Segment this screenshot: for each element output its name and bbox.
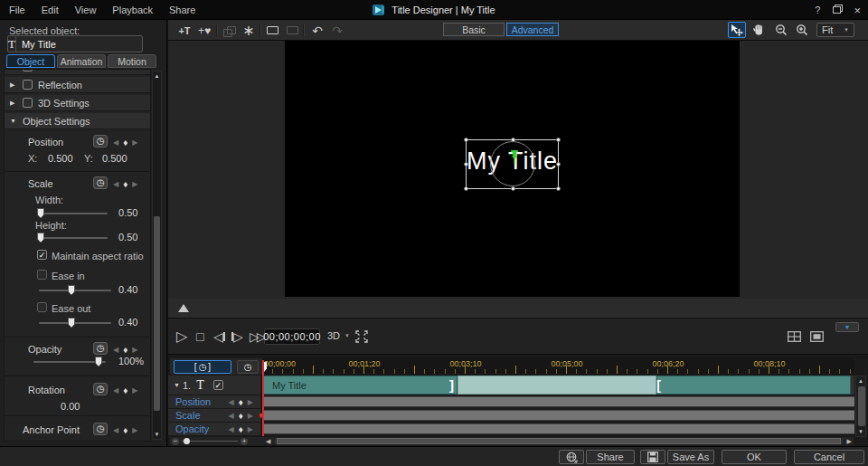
add-keyframe-icon[interactable]: ♦ <box>123 179 127 189</box>
maintain-aspect-ratio-checkbox[interactable]: ✓ <box>37 250 47 260</box>
opacity-slider[interactable] <box>33 361 106 363</box>
tab-motion[interactable]: Motion <box>108 54 156 68</box>
scroll-down-icon[interactable]: ▼ <box>856 429 865 434</box>
position-keyframe-track[interactable] <box>262 396 854 407</box>
anchor-pin-icon[interactable] <box>508 149 521 166</box>
undo-button[interactable]: ↶ <box>308 23 326 38</box>
timeline-zoom-slider[interactable] <box>182 441 238 442</box>
resize-handle[interactable] <box>556 162 561 166</box>
effect-end-bracket[interactable]: [ <box>656 376 661 394</box>
zoom-out-timeline-icon[interactable]: − <box>172 438 179 445</box>
prev-keyframe-icon[interactable]: ◀ <box>229 425 234 433</box>
menu-edit[interactable]: Edit <box>42 5 59 15</box>
ease-in-value[interactable]: 0.40 <box>118 284 137 295</box>
share-button[interactable]: Share <box>586 450 635 464</box>
resize-handle[interactable] <box>556 186 561 191</box>
scale-keyframe-stopwatch-icon[interactable]: ◷ <box>93 176 108 189</box>
effect-start-bracket[interactable]: ] <box>449 376 454 394</box>
scroll-left-icon[interactable]: ◀ <box>266 438 270 445</box>
section-3d-settings[interactable]: ▶ 3D Settings <box>5 95 150 111</box>
3d-settings-checkbox[interactable] <box>23 98 33 108</box>
next-frame-button[interactable]: ▷ <box>231 329 243 344</box>
resize-handle[interactable] <box>464 162 468 166</box>
title-clip-start-segment[interactable]: My Title <box>262 376 458 395</box>
fullscreen-icon[interactable] <box>355 330 368 343</box>
opacity-keyframe-stopwatch-icon[interactable]: ◷ <box>93 342 108 355</box>
previous-frame-button[interactable]: ◁ <box>213 329 225 344</box>
background-button[interactable] <box>263 23 281 38</box>
3d-mode-dropdown[interactable]: 3D ▼ <box>327 330 350 341</box>
track-header[interactable]: ▼ 1. T ✓ <box>168 376 260 395</box>
select-move-tool-button[interactable] <box>728 22 746 38</box>
zoom-out-button[interactable] <box>772 22 790 38</box>
ok-button[interactable]: OK <box>722 450 787 464</box>
add-keyframe-icon[interactable]: ♦ <box>123 138 127 147</box>
playhead-line[interactable] <box>262 360 264 436</box>
ease-out-value[interactable]: 0.40 <box>118 317 137 328</box>
scale-height-slider[interactable] <box>37 237 108 239</box>
selected-object-field[interactable]: T <box>7 35 143 52</box>
preview-seekbar[interactable] <box>168 299 868 319</box>
cancel-button[interactable]: Cancel <box>794 450 864 464</box>
resize-handle[interactable] <box>464 186 468 191</box>
pan-tool-button[interactable] <box>750 22 768 38</box>
position-x-value[interactable]: 0.500 <box>48 153 73 164</box>
resize-handle[interactable] <box>511 138 515 142</box>
scroll-up-icon[interactable]: ▲ <box>856 378 865 384</box>
insert-image-button[interactable]: +♥ <box>195 23 213 38</box>
timeline-vertical-scrollbar[interactable]: ▲ ▼ <box>855 376 866 437</box>
prev-keyframe-icon[interactable]: ◀ <box>113 138 118 147</box>
resize-handle[interactable] <box>511 186 515 191</box>
share-icon-button[interactable] <box>559 450 584 464</box>
ease-in-slider[interactable] <box>39 290 111 291</box>
properties-scrollbar[interactable]: ▲ ▼ <box>152 71 162 440</box>
scroll-up-icon[interactable]: ▲ <box>153 73 161 79</box>
object-name-input[interactable] <box>16 39 156 50</box>
anchor-keyframe-stopwatch-icon[interactable]: ◷ <box>93 423 108 435</box>
ease-out-checkbox[interactable] <box>37 302 47 312</box>
seek-marker-icon[interactable] <box>178 304 189 312</box>
anchor-x-value[interactable]: 0.500 <box>48 439 73 442</box>
resize-handle[interactable] <box>556 138 561 142</box>
rotation-value[interactable]: 0.00 <box>61 401 80 412</box>
title-clip-end-segment[interactable] <box>656 376 851 395</box>
menu-view[interactable]: View <box>75 5 97 15</box>
basic-mode-button[interactable]: Basic <box>443 23 505 36</box>
menu-share[interactable]: Share <box>169 5 195 15</box>
grid-toggle-icon[interactable] <box>788 331 801 342</box>
prev-keyframe-icon[interactable]: ◀ <box>229 412 234 420</box>
prev-keyframe-icon[interactable]: ◀ <box>113 180 118 188</box>
collapse-panel-button[interactable]: ▼ <box>835 322 859 332</box>
zoom-slider-thumb[interactable] <box>184 438 190 444</box>
tab-animation[interactable]: Animation <box>57 54 106 68</box>
timeline-horizontal-scrollbar[interactable] <box>275 438 843 444</box>
row-opacity[interactable]: Opacity ◀ ♦ ▶ <box>168 423 260 436</box>
row-scale[interactable]: Scale ◀ ♦ ▶ <box>168 409 260 423</box>
scale-width-slider[interactable] <box>37 213 108 214</box>
scrollbar-thumb[interactable] <box>277 438 841 444</box>
track-enable-checkbox[interactable]: ✓ <box>213 380 223 390</box>
reflection-checkbox[interactable] <box>23 80 33 90</box>
resize-handle[interactable] <box>464 138 468 142</box>
ease-in-checkbox[interactable] <box>37 270 47 280</box>
add-keyframe-icon[interactable]: ♦ <box>239 397 243 407</box>
opacity-keyframe-track[interactable] <box>262 423 854 434</box>
opacity-value[interactable]: 100% <box>118 356 144 366</box>
next-keyframe-icon[interactable]: ▶ <box>248 425 253 433</box>
title-clip-middle-segment[interactable] <box>458 376 656 395</box>
menu-file[interactable]: File <box>9 5 25 15</box>
zoom-in-timeline-icon[interactable]: + <box>241 438 248 445</box>
scale-width-value[interactable]: 0.50 <box>118 207 137 218</box>
zoom-in-button[interactable] <box>793 22 811 38</box>
rotation-keyframe-stopwatch-icon[interactable]: ◷ <box>93 383 108 395</box>
add-keyframe-icon[interactable]: ♦ <box>123 345 127 355</box>
save-as-button[interactable]: Save As <box>667 450 714 464</box>
scale-height-value[interactable]: 0.50 <box>118 232 137 243</box>
help-button[interactable]: ? <box>815 5 820 15</box>
restore-window-button[interactable] <box>833 6 841 14</box>
scrollbar-thumb[interactable] <box>154 216 160 411</box>
stop-button[interactable]: □ <box>196 329 203 344</box>
add-keyframe-icon[interactable]: ♦ <box>239 411 243 421</box>
prev-keyframe-icon[interactable]: ◀ <box>229 398 234 406</box>
scroll-right-icon[interactable]: ▶ <box>847 438 852 445</box>
